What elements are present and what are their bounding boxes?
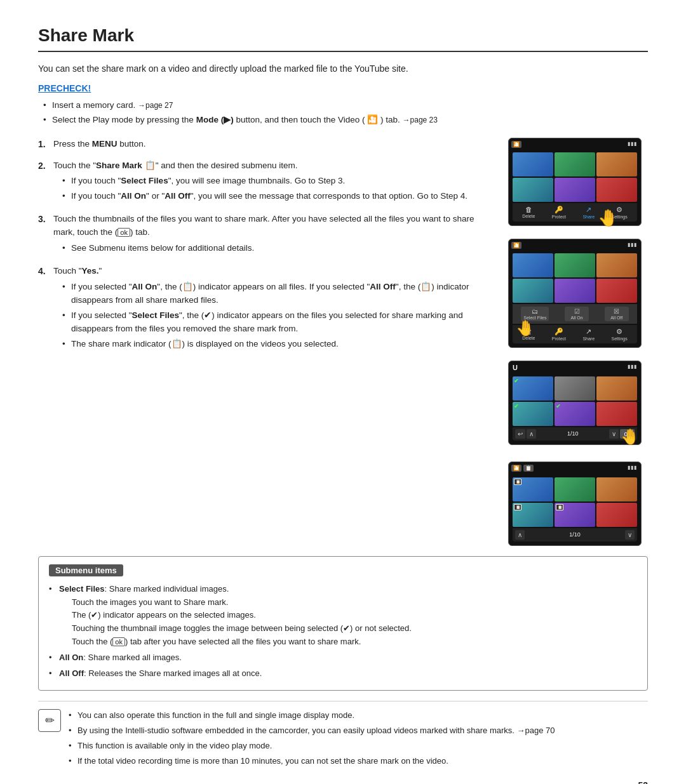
screen4-nav-bar: ∧ 1/10 ∨ xyxy=(513,528,637,541)
step-4-content: Touch "Yes." If you selected "All On", t… xyxy=(53,265,495,353)
screen4-top-status: 🎦 📋 xyxy=(511,465,534,472)
device-screen-2: 🎦 ▮▮▮ 🗂Select Files ☑All On ☒All Off 🗑De… xyxy=(508,239,642,348)
device-screen-3: U ▮▮▮ ✔ ✔ ✔ ↩ ∧ 1/10 xyxy=(508,361,642,445)
screen1-signal: ▮▮▮ xyxy=(628,141,637,147)
note-2: By using the Intelli-studio software emb… xyxy=(69,724,648,738)
step-4-bullet-2: If you selected "Select Files", the (✔) … xyxy=(62,309,495,336)
hand-pointer-1: 🤚 xyxy=(598,208,618,228)
thumb-3-3 xyxy=(596,376,637,401)
thumb-2-6 xyxy=(596,279,637,303)
thumb-1-3 xyxy=(596,152,637,176)
share-badge-1: 📋 xyxy=(514,479,521,485)
note-4: If the total video recording time is mor… xyxy=(69,755,648,768)
check-badge-3: ✔ xyxy=(556,403,562,409)
precheck-item-1: Insert a memory card. →page 27 xyxy=(43,98,648,113)
step-4-num: 4. xyxy=(38,265,50,353)
page-title: Share Mark xyxy=(38,25,648,52)
step-4: 4. Touch "Yes." If you selected "All On"… xyxy=(38,265,495,353)
screen3-u-label: U xyxy=(513,364,518,371)
screen4-signal: ▮▮▮ xyxy=(628,465,637,470)
screen1-thumb-grid xyxy=(513,152,637,202)
precheck-label: PRECHECK! xyxy=(38,83,648,93)
screen3-down-btn: ∨ xyxy=(609,429,619,439)
thumb-1-1 xyxy=(513,152,553,176)
screen2-thumb-grid xyxy=(513,253,637,303)
screen4-share-icon: 📋 xyxy=(523,465,534,472)
thumb-3-1: ✔ xyxy=(513,376,553,401)
screen2-all-on: ☑All On xyxy=(565,307,589,321)
check-badge-2: ✔ xyxy=(514,403,520,409)
device-screen-1: 🎦 ▮▮▮ 🗑Delete 🔑Protect ↗Share ⚙Settings xyxy=(508,138,642,226)
submenu-item-all-off: All Off: Releases the Share marked image… xyxy=(49,667,637,681)
screen2-all-off: ☒All Off xyxy=(605,307,629,321)
step-2-num: 2. xyxy=(38,159,50,206)
intro-text: You can set the share mark on a video an… xyxy=(38,62,648,76)
thumb-1-6 xyxy=(596,178,637,202)
submenu-items-box: Submenu items Select Files: Share marked… xyxy=(38,556,648,691)
note-icon: ✏ xyxy=(38,709,61,732)
thumb-2-5 xyxy=(555,279,595,303)
screen2-camera-icon: 🎦 xyxy=(511,242,521,249)
step-2-content: Touch the "Share Mark 📋" and then the de… xyxy=(53,159,495,206)
submenu-box-content: Select Files: Share marked individual im… xyxy=(49,583,637,681)
thumb-4-5: 📋 xyxy=(555,503,595,527)
main-layout: 1. Press the MENU button. 2. Touch the "… xyxy=(38,138,648,546)
screen2-protect-btn: 🔑Protect xyxy=(552,328,566,341)
screen3-up-btn: ∧ xyxy=(527,429,536,439)
thumb-4-4: 📋 xyxy=(513,503,553,527)
screen4-page: 1/10 xyxy=(526,531,624,538)
note-3: This function is available only in the v… xyxy=(69,740,648,753)
submenu-item-select-files-detail: Touch the images you want to Share mark.… xyxy=(59,596,637,649)
step-1-num: 1. xyxy=(38,138,50,152)
screen1-protect-btn: 🔑Protect xyxy=(552,206,566,219)
thumb-4-2 xyxy=(555,477,595,502)
thumb-4-1: 📋 xyxy=(513,477,553,502)
submenu-item-select-files: Select Files: Share marked individual im… xyxy=(49,583,637,649)
screen4-camera-icon: 🎦 xyxy=(511,465,521,472)
thumb-2-2 xyxy=(555,253,595,277)
step-4-bullet-1: If you selected "All On", the (📋) indica… xyxy=(62,281,495,307)
thumb-3-2 xyxy=(555,376,595,401)
step-1-content: Press the MENU button. xyxy=(53,138,495,152)
thumb-1-4 xyxy=(513,178,553,202)
step-3-bullet-1: See Submenu items below for additional d… xyxy=(62,242,495,255)
step-3: 3. Touch the thumbnails of the files you… xyxy=(38,213,495,257)
screen2-share-btn: ↗Share xyxy=(582,328,595,341)
screen1-share-btn: ↗Share xyxy=(582,206,595,219)
submenu-box-title: Submenu items xyxy=(49,564,123,576)
steps-column: 1. Press the MENU button. 2. Touch the "… xyxy=(38,138,495,546)
thumb-3-6 xyxy=(596,402,637,426)
step-2-bullet-1: If you touch "Select Files", you will se… xyxy=(62,175,495,188)
screen3-signal: ▮▮▮ xyxy=(628,364,637,369)
note-1: You can also operate this function in th… xyxy=(69,709,648,722)
thumb-4-3 xyxy=(596,477,637,502)
share-badge-2: 📋 xyxy=(514,504,521,510)
share-badge-3: 📋 xyxy=(556,504,563,510)
screen3-back-btn: ↩ xyxy=(515,429,525,439)
thumb-2-4 xyxy=(513,279,553,303)
screen1-top-status: 🎦 xyxy=(511,141,521,148)
step-4-bullet-3: The share mark indicator (📋) is displaye… xyxy=(62,338,495,351)
thumb-3-5: ✔ xyxy=(555,402,595,426)
screen2-top-status: 🎦 xyxy=(511,242,521,249)
step-1: 1. Press the MENU button. xyxy=(38,138,495,152)
step-3-content: Touch the thumbnails of the files you wa… xyxy=(53,213,495,257)
screen2-settings-btn: ⚙Settings xyxy=(611,328,627,341)
step-2: 2. Touch the "Share Mark 📋" and then the… xyxy=(38,159,495,206)
screen3-thumb-grid: ✔ ✔ ✔ xyxy=(513,376,637,426)
screen3-nav-bar: ↩ ∧ 1/10 ∨ ok xyxy=(513,427,637,441)
screen1-delete-btn: 🗑Delete xyxy=(522,206,535,218)
page-number: 53 xyxy=(38,780,648,784)
hand-pointer-2: 🤚 xyxy=(516,319,535,337)
note-content: You can also operate this function in th… xyxy=(69,709,648,769)
screen4-up-btn: ∧ xyxy=(515,530,525,540)
screen4-thumb-grid: 📋 📋 📋 xyxy=(513,477,637,527)
screen3-page: 1/10 xyxy=(537,430,608,437)
precheck-item-2: Select the Play mode by pressing the Mod… xyxy=(43,113,648,128)
screens-column: 🎦 ▮▮▮ 🗑Delete 🔑Protect ↗Share ⚙Settings xyxy=(508,138,648,546)
screen1-camera-icon: 🎦 xyxy=(511,141,521,148)
screen1-bottom-bar: 🗑Delete 🔑Protect ↗Share ⚙Settings xyxy=(513,203,637,222)
screen4-down-btn: ∨ xyxy=(625,530,635,540)
check-badge-1: ✔ xyxy=(514,378,520,384)
hand-pointer-3: 🤚 xyxy=(621,428,640,446)
